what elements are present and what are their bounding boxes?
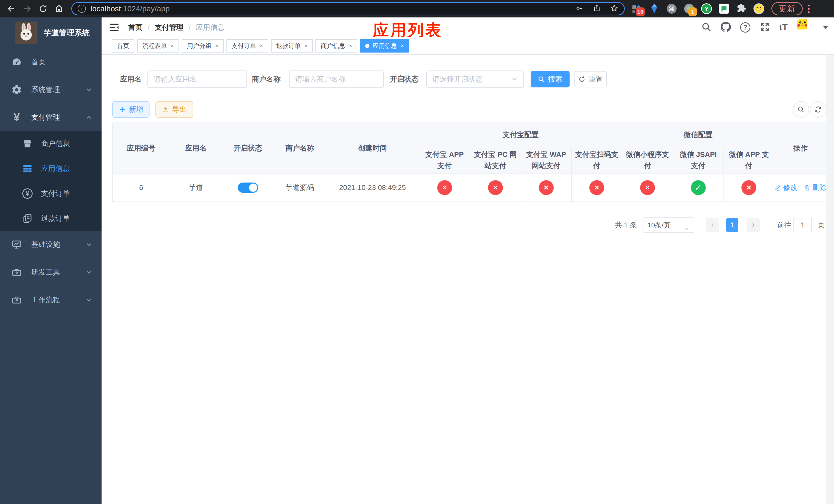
reset-button-label: 重置: [589, 74, 603, 84]
tag-item[interactable]: 退款订单×: [271, 39, 313, 52]
sidebar-item-app-info[interactable]: 应用信息: [0, 156, 102, 181]
cell-app-id: 6: [113, 174, 170, 202]
share-icon[interactable]: [593, 4, 601, 13]
chevron-down-icon: [85, 269, 93, 276]
tag-item[interactable]: 商户信息×: [315, 39, 357, 52]
browser-menu-icon[interactable]: [808, 5, 810, 13]
sidebar-item-refund-order[interactable]: 退款订单: [0, 206, 102, 231]
search-button-label: 搜索: [548, 74, 563, 84]
password-key-icon[interactable]: [575, 4, 584, 13]
extension-chat-icon[interactable]: [718, 3, 730, 15]
url-text[interactable]: localhost:1024/pay/app: [90, 4, 575, 13]
chevron-down-icon: [85, 241, 93, 248]
edit-link[interactable]: 修改: [774, 183, 797, 192]
close-icon[interactable]: ×: [260, 43, 263, 49]
reset-button[interactable]: 重置: [574, 71, 607, 87]
app-title: 芋道管理系统: [44, 28, 90, 38]
group-header-wechat: 微信配置: [622, 123, 774, 147]
sidebar-item-label: 支付订单: [41, 189, 70, 199]
tag-item[interactable]: 首页: [112, 39, 134, 52]
app-name-input[interactable]: [148, 70, 247, 88]
sidebar-item-payment[interactable]: ¥ 支付管理: [0, 104, 102, 131]
cell-status: [222, 174, 274, 202]
cell-channel-status: ×: [521, 174, 572, 202]
breadcrumb-home[interactable]: 首页: [128, 23, 142, 32]
status-cross-icon: ×: [437, 180, 452, 195]
status-toggle[interactable]: [238, 183, 258, 193]
site-info-icon[interactable]: i: [78, 5, 86, 13]
sidebar-item-home[interactable]: 首页: [0, 48, 102, 76]
column-header-channel: 微信 JSAPI 支付: [673, 147, 724, 174]
cell-merchant: 芋道源码: [274, 174, 326, 202]
logo-row[interactable]: 芋道管理系统: [0, 18, 102, 48]
merchant-name-input[interactable]: [289, 70, 384, 88]
url-bar[interactable]: i localhost:1024/pay/app: [71, 2, 625, 15]
merchant-name-label: 商户名称: [252, 70, 281, 88]
sidebar-item-dev-tools[interactable]: 研发工具: [0, 258, 102, 286]
next-page-button[interactable]: [747, 218, 760, 232]
close-icon[interactable]: ×: [349, 43, 352, 49]
cell-channel-status: ✓: [673, 174, 724, 202]
tag-item[interactable]: 支付订单×: [226, 39, 268, 52]
help-icon[interactable]: ?: [740, 22, 750, 32]
page-number-button[interactable]: 1: [726, 218, 738, 232]
add-button[interactable]: 新增: [112, 101, 150, 118]
logo-rabbit-image: [15, 22, 38, 44]
tag-item[interactable]: 流程表单×: [137, 39, 179, 52]
user-avatar[interactable]: [797, 19, 813, 36]
extension-recorder-icon[interactable]: 1: [683, 3, 695, 15]
sidebar-item-merchant-info[interactable]: 商户信息: [0, 131, 102, 156]
status-select[interactable]: 请选择开启状态: [426, 70, 524, 88]
forward-icon[interactable]: [21, 2, 34, 15]
yen-circle-icon: ¥: [22, 188, 33, 200]
scroll-gutter: [826, 55, 834, 504]
extension-pinned-icon[interactable]: 10: [631, 3, 643, 15]
refresh-table-button[interactable]: [810, 101, 826, 118]
column-header-app-id: 应用编号: [113, 123, 170, 174]
toolbox-icon: [11, 294, 23, 306]
url-path: :1024/pay/app: [121, 4, 170, 13]
close-icon[interactable]: ×: [304, 43, 308, 49]
collapse-sidebar-icon[interactable]: [108, 22, 120, 33]
back-icon[interactable]: [5, 2, 18, 15]
extension-gem-icon[interactable]: [648, 3, 660, 15]
shop-icon: [22, 138, 33, 150]
extension-y-icon[interactable]: Y: [701, 3, 712, 15]
caret-down-icon[interactable]: [823, 26, 828, 29]
delete-link[interactable]: 删除: [804, 183, 827, 192]
browser-update-button[interactable]: 更新: [771, 2, 803, 15]
export-button[interactable]: 导出: [155, 101, 193, 118]
sidebar-item-workflow[interactable]: 工作流程: [0, 286, 102, 314]
github-icon[interactable]: [721, 22, 731, 33]
prev-page-button[interactable]: [706, 218, 719, 232]
breadcrumb-payment[interactable]: 支付管理: [155, 23, 184, 32]
browser-toolbar: i localhost:1024/pay/app 10 ⌘ 1 Y: [0, 0, 834, 18]
home-icon[interactable]: [52, 2, 66, 15]
extensions-puzzle-icon[interactable]: [736, 3, 747, 15]
tag-item[interactable]: 用户分组×: [182, 39, 224, 52]
tag-bar: 首页流程表单×用户分组×支付订单×退款订单×商户信息×应用信息×: [102, 37, 834, 55]
toggle-search-button[interactable]: [793, 101, 809, 118]
close-icon[interactable]: ×: [401, 43, 404, 49]
goto-page-input[interactable]: [793, 218, 812, 232]
browser-profile-avatar[interactable]: [753, 3, 765, 15]
sidebar-item-pay-order[interactable]: ¥ 支付订单: [0, 181, 102, 206]
bookmark-star-icon[interactable]: [610, 4, 618, 13]
sidebar-item-system[interactable]: 系统管理: [0, 76, 102, 104]
search-icon[interactable]: [701, 22, 711, 33]
font-size-icon[interactable]: tT: [779, 22, 788, 32]
tag-item[interactable]: 应用信息×: [360, 39, 409, 52]
reload-icon[interactable]: [37, 2, 50, 15]
cell-channel-status: ×: [572, 174, 622, 202]
cell-create-time: 2021-10-23 08:49:25: [326, 174, 419, 202]
tag-label: 商户信息: [321, 42, 345, 50]
extension-command-icon[interactable]: ⌘: [666, 3, 678, 15]
column-header-channel: 支付宝 PC 网站支付: [470, 147, 521, 174]
breadcrumb-app-info: 应用信息: [196, 23, 225, 32]
page-size-select[interactable]: 10条/页: [643, 217, 694, 233]
sidebar-item-infrastructure[interactable]: 基础设施: [0, 231, 102, 258]
close-icon[interactable]: ×: [215, 43, 219, 49]
fullscreen-icon[interactable]: [760, 22, 770, 33]
close-icon[interactable]: ×: [171, 43, 174, 49]
search-button[interactable]: 搜索: [531, 71, 570, 87]
